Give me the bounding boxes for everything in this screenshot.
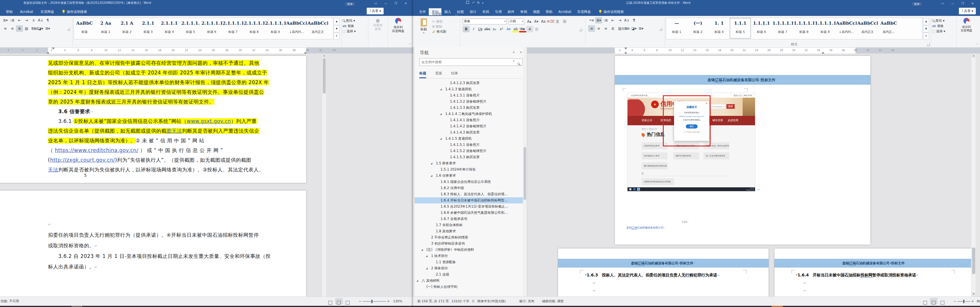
left-ribbon-options-icon[interactable]: ▭ [371,1,381,6]
cc-nav-item[interactable]: 城市信用 [712,119,723,122]
gallery-up-icon[interactable]: ▲ [923,18,929,25]
style-item[interactable]: 2.1.1.1.1标题 6 [201,18,222,38]
search-icon[interactable] [517,63,520,65]
left-accessibility-status[interactable]: 功能: 不可用 [1,297,19,306]
right-document-area[interactable]: 盘锦辽福石油机械设备有限公司-投标文件↵ 欢迎来到信用中国 通知公告 | 网站声… [527,54,975,296]
cc-tile[interactable]: 诚实守信相关查询 [673,152,699,159]
page-161[interactable]: 盘锦辽福石油机械设备有限公司-投标文件↵ ·1.6.4 开标当日未被中国石油招标… [775,248,975,296]
nav-tab-results[interactable]: 结果 [451,71,458,78]
style-item[interactable]: 2.1.1.1标题 4 [159,18,180,38]
change-case-icon[interactable]: Aa [540,18,547,25]
expand-arrow-icon[interactable]: ◢ [426,253,428,259]
style-item[interactable]: 1.1.1.1标题 6 [751,18,772,38]
nav-pane-scrollbar[interactable] [523,47,527,296]
cc-nav-item[interactable]: 信息公示 [642,119,652,122]
font-name-combo[interactable]: 宋体▾ [463,19,507,24]
right-share-button[interactable]: ⤴ 共享 ▾ [959,8,976,14]
left-tellme-search[interactable]: 💡 操作说明搜索 [59,8,90,15]
nav-tree-item[interactable]: 1.4.1.4.2 设备铭牌照片 [415,123,523,130]
clipboard-dialog-launcher[interactable]: ↘ [455,13,458,16]
expand-arrow-icon[interactable]: ◢ [426,265,428,271]
cc-statement[interactable]: 网站声明 [744,94,752,97]
style-item[interactable]: 1.1.1.1.1标题 8 [793,18,815,38]
hyperlink-text[interactable]: www.gsxt.gov.cn [187,118,231,124]
cc-nav-item[interactable]: 走进信用 [728,119,738,122]
left-tab-help[interactable]: 帮助 [3,8,16,15]
nav-tree-item[interactable]: 2.1 业绩 [415,271,523,278]
hyperlink-text[interactable]: http://zxgk.court.gov.cn/ [50,157,115,163]
accessibility-status[interactable]: 辅助功能: 调查 [542,297,564,306]
nav-tree-item[interactable]: 1.4.1.4.3 购买发票 [415,130,523,136]
nav-tree-item[interactable]: 1.4.1.2.3 购买发票 [415,80,523,86]
cc-tile[interactable]: 失信被执行人查询 [642,152,668,159]
left-share-button[interactable]: ⤴ 共享 ▾ [367,8,384,14]
cc-search-button[interactable]: 搜索 [727,104,735,109]
style-item[interactable]: 2.1.1.1.1.标题 9 [265,18,286,38]
right-collapse-ribbon-icon[interactable]: ⌃ [976,43,978,46]
cc-tile[interactable]: 统一社会信用代码查询 [703,152,729,159]
word-count-status[interactable]: 13102 个字 [452,297,469,306]
multilevel-list-icon[interactable]: ⁝≣ [602,17,609,24]
nav-tree-item[interactable]: ◢1.4.1.4 二氧化碳气体保护焊机 [415,111,523,117]
decrease-indent-icon[interactable]: ⇤ [609,17,616,24]
decrease-indent-icon[interactable]: ⇤ [16,17,23,24]
cc-tile[interactable]: 高级失信经营主体信息公示专栏 [642,178,674,185]
style-item[interactable]: 2.1.1.1.标题 5 [180,18,201,38]
copy-button[interactable]: ⧉ 复制 [432,24,446,29]
grow-font-icon[interactable]: A▴ [526,18,533,25]
left-close-button[interactable]: ✕ [401,1,411,6]
style-item[interactable]: 1.1.1.1.1.标题 9 [815,18,836,38]
dialog-url[interactable]: (https://zxgk.court.gov.cn) [674,115,710,118]
left-collapse-ribbon-icon[interactable]: ⌃ [409,43,411,46]
font-size-combo[interactable]: 小四▾ [508,19,524,24]
zoom-out-icon[interactable]: − [359,299,361,303]
phonetic-guide-icon[interactable]: 文 [554,18,561,25]
right-tab-布局[interactable]: 布局 [479,8,492,15]
left-page-6[interactable]: ↵拟委任的项目负责人无行贿犯罪行为（提供承诺）。④开标当日未被中国石油招标投标网… [0,191,306,296]
sort-icon[interactable]: A↓ [37,17,44,24]
right-tab-引用[interactable]: 引用 [492,8,505,15]
nav-tree-item[interactable]: ◢(五) 《详细评审》中响应的资料 [415,247,523,253]
zoom-in-icon[interactable]: + [387,299,390,303]
right-tab-百度网盘[interactable]: 百度网盘 [574,8,593,15]
first-line-indent-marker[interactable] [52,47,55,49]
style-item[interactable]: —标题 1 [666,18,687,38]
nav-tree-item[interactable]: 1.8 其他要求 [415,228,523,234]
hyperlink-text[interactable]: 图无法 [167,128,182,134]
right-restore-button[interactable]: ❐ [958,1,967,6]
nav-tree-item[interactable]: 1.6.4 开标当日未被中国石油招标投标网暂... [415,197,523,204]
nav-tree-item[interactable]: ◢2 商务部分 [415,265,523,271]
dialog-close-icon[interactable]: ✕ [706,102,708,105]
paste-button[interactable]: 粘贴 ▾ [417,18,431,34]
nav-tree-item[interactable]: 1.4.1.3.2 设备铭牌照片 [415,98,523,105]
addins-button[interactable]: ● 加载项 裁项 [369,17,387,31]
nav-search-box[interactable]: 在文档中搜索 ▾ [419,58,522,66]
gallery-more-icon[interactable]: ⊽ [923,33,929,40]
right-close-button[interactable]: ✕ [967,1,978,6]
format-painter-button[interactable]: 🖌 格式刷 [432,29,446,34]
nav-tree-item[interactable]: 1.4.1.5.3 购买发票 [415,154,523,160]
save-to-baidu-button[interactable]: 保存到 百度网盘 [958,17,975,32]
cut-button[interactable]: ✄ 剪切 [432,19,446,24]
expand-arrow-icon[interactable]: ◢ [431,172,432,179]
nav-pane-menu-icon[interactable]: ▾ [513,51,514,54]
page-count-status[interactable]: 第 159 页, 共 172 页 [417,297,449,306]
left-zoom-level[interactable]: 130% [393,299,402,303]
right-minimize-button[interactable]: — [948,1,958,6]
find-button[interactable]: 查找 ▾ [342,19,367,23]
nav-pane-close-icon[interactable]: ✕ [520,51,522,54]
style-item[interactable]: 2 Aa标题 1 [95,18,116,38]
zoom-in-icon[interactable]: + [971,299,974,303]
expand-arrow-icon[interactable]: ◢ [431,160,432,166]
right-tab-审阅[interactable]: 审阅 [517,8,530,15]
nav-tab-pages[interactable]: 页面 [435,71,442,78]
cc-notice[interactable]: 通知公告 [733,94,742,97]
scroll-up-icon[interactable]: ▲ [322,54,326,58]
right-tellme-search[interactable]: 💡 操作说明搜索 [595,8,627,15]
select-button[interactable]: ⬚ 选择 ▾ [342,29,367,33]
nav-tree-item[interactable]: ◢1 技术部分 [415,253,523,259]
increase-indent-icon[interactable]: ⇥ [23,17,30,24]
style-item[interactable]: AaBbCcDd表内正文 [857,18,878,38]
gallery-up-icon[interactable]: ▲ [334,18,339,25]
bullets-icon[interactable]: •≡ [588,17,595,24]
